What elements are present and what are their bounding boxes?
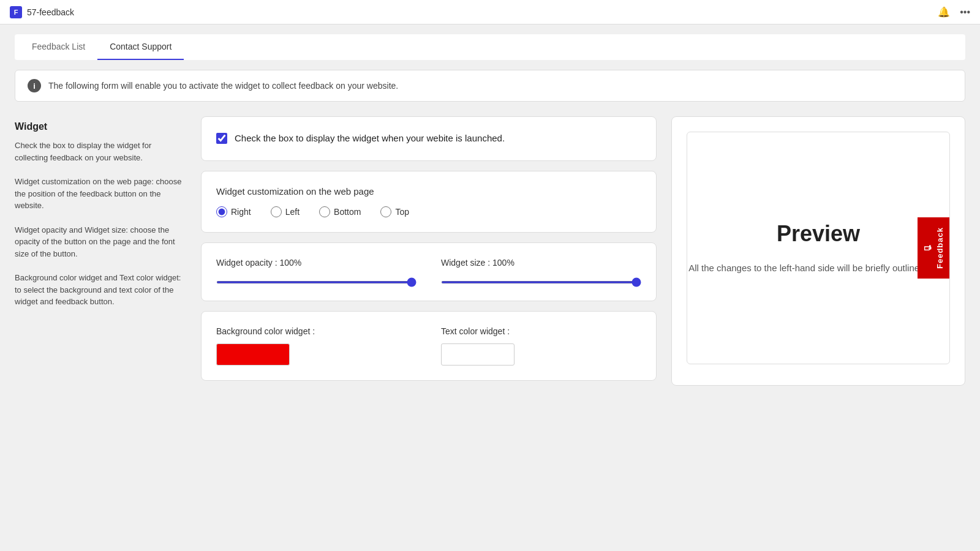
topbar-left: F 57-feedback bbox=[10, 6, 74, 18]
description-para-2: Widget customization on the web page: ch… bbox=[15, 176, 186, 212]
size-slider-group: Widget size : 100% bbox=[441, 258, 641, 286]
position-card: Widget customization on the web page Rig… bbox=[201, 171, 657, 233]
description-col: Widget Check the box to display the widg… bbox=[15, 116, 186, 320]
info-banner: i The following form will enable you to … bbox=[15, 70, 965, 102]
position-title: Widget customization on the web page bbox=[216, 186, 641, 197]
size-label: Widget size : 100% bbox=[441, 258, 641, 268]
opacity-label: Widget opacity : 100% bbox=[216, 258, 417, 268]
topbar-right: 🔔 ••• bbox=[938, 6, 970, 18]
description-para-4: Background color widget and Text color w… bbox=[15, 272, 186, 308]
feedback-tab-label: Feedback bbox=[935, 227, 944, 269]
info-icon: i bbox=[28, 79, 41, 92]
preview-subtext: All the changes to the left-hand side wi… bbox=[688, 261, 948, 276]
description-title: Widget bbox=[15, 121, 186, 132]
radio-label-right: Right bbox=[231, 207, 251, 217]
preview-card: Preview All the changes to the left-hand… bbox=[671, 116, 965, 386]
tab-feedback-list[interactable]: Feedback List bbox=[20, 34, 97, 60]
radio-input-right[interactable] bbox=[216, 206, 227, 217]
position-radio-group: Right Left Bottom Top bbox=[216, 206, 641, 217]
radio-top[interactable]: Top bbox=[380, 206, 409, 217]
text-color-group: Text color widget : bbox=[441, 326, 641, 365]
tab-contact-support[interactable]: Contact Support bbox=[97, 34, 184, 60]
controls-col: Check the box to display the widget when… bbox=[201, 116, 657, 381]
main-content: Feedback List Contact Support i The foll… bbox=[0, 24, 980, 551]
radio-label-top: Top bbox=[395, 207, 409, 217]
app-title: 57-feedback bbox=[27, 7, 74, 17]
preview-title: Preview bbox=[777, 221, 860, 247]
feedback-tab-icon: 🏷 bbox=[922, 244, 932, 252]
widget-enable-checkbox[interactable] bbox=[216, 133, 227, 144]
colors-card: Background color widget : Text color wid… bbox=[201, 311, 657, 381]
preview-col: Preview All the changes to the left-hand… bbox=[671, 116, 965, 386]
app-icon: F bbox=[10, 6, 22, 18]
sliders-row: Widget opacity : 100% Widget size : 100% bbox=[216, 258, 641, 286]
bell-icon[interactable]: 🔔 bbox=[938, 6, 950, 18]
bg-color-label: Background color widget : bbox=[216, 326, 417, 336]
sliders-card: Widget opacity : 100% Widget size : 100% bbox=[201, 242, 657, 301]
info-text: The following form will enable you to ac… bbox=[48, 81, 398, 91]
preview-center: Preview All the changes to the left-hand… bbox=[688, 221, 948, 276]
opacity-slider-group: Widget opacity : 100% bbox=[216, 258, 417, 286]
bg-color-group: Background color widget : bbox=[216, 326, 417, 365]
description-para-3: Widget opacity and Widget size: choose t… bbox=[15, 224, 186, 260]
radio-right[interactable]: Right bbox=[216, 206, 251, 217]
topbar: F 57-feedback 🔔 ••• bbox=[0, 0, 980, 24]
colors-row: Background color widget : Text color wid… bbox=[216, 326, 641, 365]
feedback-tab-button[interactable]: 🏷 Feedback bbox=[918, 217, 949, 279]
radio-input-left[interactable] bbox=[271, 206, 282, 217]
nav-tabs: Feedback List Contact Support bbox=[15, 34, 965, 60]
radio-input-bottom[interactable] bbox=[319, 206, 330, 217]
radio-input-top[interactable] bbox=[380, 206, 391, 217]
radio-label-left: Left bbox=[285, 207, 300, 217]
more-icon[interactable]: ••• bbox=[960, 7, 970, 18]
radio-bottom[interactable]: Bottom bbox=[319, 206, 361, 217]
opacity-slider[interactable] bbox=[216, 281, 417, 283]
bg-color-swatch[interactable] bbox=[216, 343, 290, 365]
checkbox-label: Check the box to display the widget when… bbox=[235, 132, 505, 146]
description-para-1: Check the box to display the widget for … bbox=[15, 140, 186, 163]
text-color-label: Text color widget : bbox=[441, 326, 641, 336]
preview-inner: Preview All the changes to the left-hand… bbox=[687, 132, 950, 364]
checkbox-row: Check the box to display the widget when… bbox=[216, 132, 641, 146]
size-slider[interactable] bbox=[441, 281, 641, 283]
widget-layout: Widget Check the box to display the widg… bbox=[15, 116, 965, 386]
radio-left[interactable]: Left bbox=[271, 206, 300, 217]
radio-label-bottom: Bottom bbox=[334, 207, 361, 217]
text-color-swatch[interactable] bbox=[441, 343, 514, 365]
checkbox-card: Check the box to display the widget when… bbox=[201, 116, 657, 161]
